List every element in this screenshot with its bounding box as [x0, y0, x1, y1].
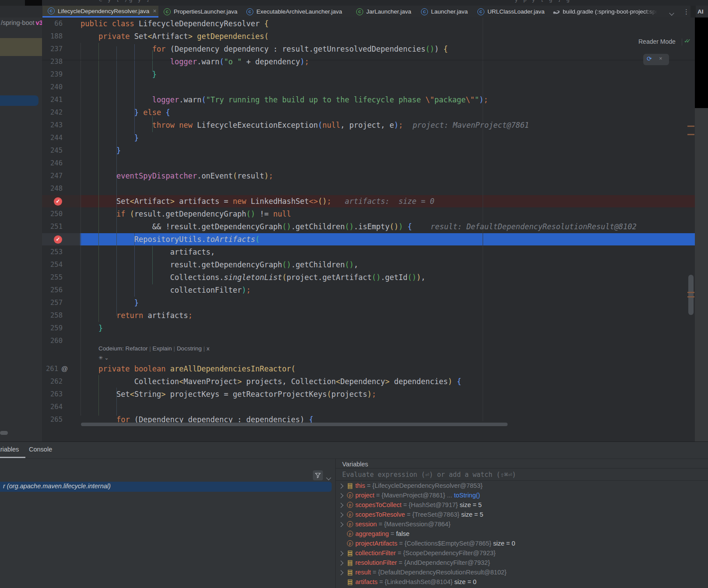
- class-icon: C: [356, 8, 363, 15]
- codeium-icon[interactable]: ✳ ⌄: [98, 355, 109, 361]
- code-line: Set<Artifact> artifacts = new LinkedHash…: [116, 195, 331, 207]
- filter-icon: [315, 472, 321, 478]
- local-variable-icon: [347, 550, 353, 556]
- editor-tab[interactable]: CJarLauncher.java: [351, 6, 412, 18]
- codeium-actions[interactable]: Codeium: Refactor | Explain | Docstring …: [98, 345, 210, 352]
- line-number: 247: [42, 170, 63, 182]
- close-icon[interactable]: ×: [153, 7, 156, 14]
- line-number: 253: [42, 246, 63, 258]
- close-icon[interactable]: ×: [659, 55, 662, 62]
- line-number: 261: [42, 363, 58, 375]
- editor-tab[interactable]: CExecutableArchiveLauncher.java: [241, 6, 347, 18]
- variable-row[interactable]: paggregating = false: [335, 529, 708, 539]
- filter-chevron[interactable]: [327, 473, 330, 481]
- class-icon: C: [246, 8, 253, 15]
- list-row-selected[interactable]: [0, 95, 39, 106]
- breakpoint-icon[interactable]: ✓: [54, 197, 62, 206]
- expand-chevron[interactable]: [338, 483, 343, 488]
- editor-tab[interactable]: build.gradle (:spring-boot-project:spri: [547, 6, 666, 18]
- line-number: 263: [42, 388, 63, 400]
- variable-row[interactable]: this = {LifecycleDependencyResolver@7853…: [335, 481, 708, 491]
- line-number: 255: [42, 271, 63, 284]
- line-number: 260: [42, 335, 63, 347]
- parameter-icon: p: [347, 511, 353, 518]
- variable-row[interactable]: collectionFilter = {ScopeDependencyFilte…: [335, 549, 708, 558]
- editor-tab[interactable]: CLifecycleDependencyResolver.java×: [42, 6, 158, 18]
- code-line: RepositoryUtils.toArtifacts(: [134, 233, 260, 245]
- code-line: result.getDependencyGraph().getChildren(…: [170, 259, 358, 271]
- variable-row[interactable]: psession = {MavenSession@7864}: [335, 520, 708, 529]
- frame-row-selected[interactable]: r (org.apache.maven.lifecycle.internal): [0, 482, 332, 492]
- branch-label: /spring-bootv3: [1, 19, 43, 26]
- line-number: 240: [42, 81, 63, 93]
- ide-window: /spring-bootv3 e y [ /g y ] y p y [ g ] …: [0, 0, 708, 588]
- expand-chevron[interactable]: [338, 570, 343, 575]
- tab-overflow-chevron[interactable]: [670, 9, 673, 17]
- tab-console[interactable]: Console: [29, 446, 52, 453]
- left-rail: /spring-bootv3: [0, 0, 42, 441]
- parameter-icon: p: [347, 531, 353, 537]
- line-number: 250: [42, 208, 63, 220]
- refresh-icon[interactable]: ⟳: [647, 55, 652, 62]
- expand-chevron[interactable]: [338, 503, 343, 508]
- ai-inline-widget[interactable]: ⟳×: [643, 54, 669, 65]
- code-line: private Set<Artifact> getDependencies(: [98, 30, 269, 42]
- code-line: }: [134, 297, 139, 309]
- line-number: 243: [42, 119, 63, 131]
- tab-more-menu[interactable]: ⋮: [683, 6, 690, 18]
- editor-tab[interactable]: CURLClassLoader.java: [472, 6, 547, 18]
- line-number: 265: [42, 413, 63, 426]
- evaluate-expression-input[interactable]: Evaluate expression (⏎) or add a watch (…: [342, 471, 516, 479]
- line-number: 188: [42, 30, 63, 42]
- line-number: 246: [42, 157, 63, 169]
- class-icon: C: [164, 8, 171, 15]
- breakpoint-icon[interactable]: ✓: [54, 235, 62, 244]
- editor-tab[interactable]: CLauncher.java: [416, 6, 471, 18]
- expand-chevron[interactable]: [338, 560, 343, 565]
- line-number: 254: [42, 259, 63, 271]
- annotation-gutter-icon[interactable]: @: [61, 363, 68, 375]
- tab-label: JarLauncher.java: [366, 8, 411, 15]
- parameter-icon: p: [347, 492, 353, 498]
- variable-row[interactable]: pprojectArtifacts = {Collections$EmptySe…: [335, 539, 708, 549]
- editor-tab[interactable]: CPropertiesLauncher.java: [158, 6, 240, 18]
- code-line: }: [98, 322, 103, 334]
- frame-label: r (org.apache.maven.lifecycle.internal): [3, 483, 111, 490]
- expand-chevron[interactable]: [338, 493, 343, 498]
- ai-assistant-tab[interactable]: AI A: [697, 6, 708, 18]
- debugger-inline-hint: artifacts: size = 0: [345, 195, 435, 207]
- variable-row[interactable]: pscopesToCollect = {HashSet@7917} size =…: [335, 500, 708, 510]
- tab-label: Launcher.java: [431, 8, 468, 15]
- expand-chevron[interactable]: [338, 551, 343, 556]
- tab-variables[interactable]: Variables: [0, 446, 19, 453]
- expand-chevron[interactable]: [338, 522, 343, 527]
- filter-button[interactable]: [313, 470, 323, 480]
- tostring-link[interactable]: toString(): [454, 492, 480, 499]
- code-line: logger.warn("o " + dependency);: [170, 56, 309, 68]
- code-line: collectionFilter);: [170, 284, 251, 296]
- variable-row[interactable]: pproject = {MavenProject@7861} ... toStr…: [335, 491, 708, 500]
- variable-row[interactable]: artifacts = {LinkedHashSet@8104} size = …: [335, 578, 708, 587]
- editor[interactable]: 66public class LifecycleDependencyResolv…: [42, 18, 695, 441]
- line-number: 256: [42, 284, 63, 296]
- expand-chevron[interactable]: [338, 512, 343, 517]
- tab-bar: CLifecycleDependencyResolver.java×CPrope…: [0, 6, 708, 18]
- variable-row[interactable]: pscopesToResolve = {TreeSet@7863} size =…: [335, 510, 708, 520]
- local-variable-icon: [347, 579, 353, 585]
- variable-row[interactable]: result = {DefaultDependencyResolutionRes…: [335, 568, 708, 578]
- line-number: 245: [42, 144, 63, 157]
- line-number: 237: [42, 43, 63, 55]
- list-row-olive[interactable]: [0, 38, 42, 56]
- reader-mode-toggle[interactable]: Reader Mode: [638, 38, 676, 45]
- line-number: 251: [42, 220, 63, 233]
- tab-label: LifecycleDependencyResolver.java: [58, 8, 149, 14]
- inspections-ok-icon[interactable]: ✓✓: [684, 38, 688, 44]
- line-number: 238: [42, 56, 63, 68]
- variables-header: Variables: [342, 461, 368, 468]
- code-line: logger.warn("Try running the build up to…: [152, 94, 488, 106]
- gradle-icon: [553, 8, 560, 15]
- debug-panel: Variables Console r (org.apache.maven.li…: [0, 441, 708, 588]
- variable-row[interactable]: resolutionFilter = {AndDependencyFilter@…: [335, 558, 708, 568]
- local-variable-icon: [347, 483, 353, 489]
- scrollbar-piece[interactable]: [0, 431, 8, 435]
